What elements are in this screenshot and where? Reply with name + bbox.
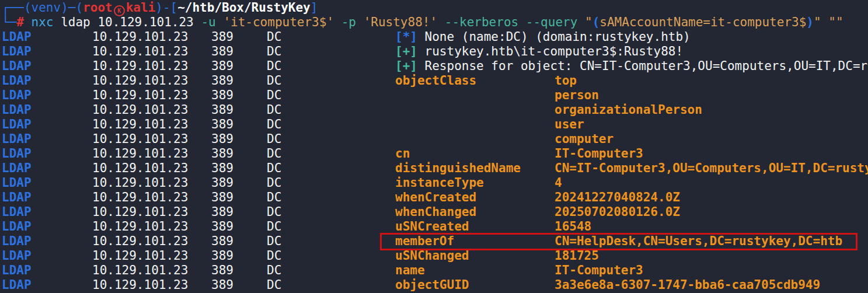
protocol-cell: LDAP: [2, 190, 32, 205]
protocol-cell: LDAP: [2, 146, 32, 161]
command-token: [437, 15, 445, 29]
hostname-cell: DC: [267, 88, 281, 103]
attribute-value: CN=HelpDesk,CN=Users,DC=rustykey,DC=htb: [555, 234, 842, 249]
attribute-value: user: [555, 117, 584, 132]
port-cell: 389: [211, 205, 233, 219]
table-row: LDAP10.129.101.23389DC[+] Response for o…: [0, 59, 868, 74]
prompt-line: ┌──(venv)─(rootKkali)-[~/htb/Box/RustyKe…: [2, 1, 318, 16]
command-token: [577, 15, 585, 29]
hostname-cell: DC: [267, 263, 281, 278]
terminal-window[interactable]: ┌──(venv)─(rootKkali)-[~/htb/Box/RustyKe…: [0, 0, 868, 293]
attribute-value: IT-Computer3: [555, 263, 643, 278]
attribute-value: top: [555, 74, 577, 88]
ip-cell: 10.129.101.23: [92, 161, 188, 176]
table-row: LDAP10.129.101.23389DC[*] None (name:DC)…: [0, 30, 868, 44]
attribute-value: organizationalPerson: [555, 103, 702, 117]
table-row: LDAP10.129.101.23389DC[+] rustykey.htb\i…: [0, 44, 868, 59]
attribute-value: CN=IT-Computer3,OU=Computers,OU=IT,DC=ru…: [555, 161, 868, 176]
table-row: LDAP10.129.101.23389DCcomputer: [0, 132, 868, 146]
attribute-name: instanceType: [395, 176, 484, 190]
ip-cell: 10.129.101.23: [92, 59, 188, 74]
attribute-name: cn: [395, 146, 410, 161]
hostname-cell: DC: [267, 44, 281, 59]
prompt-frame-mid: )─(: [61, 1, 83, 15]
port-cell: 389: [211, 234, 233, 249]
command-token: --kerberos: [445, 15, 518, 29]
status-prefix-icon: [+]: [395, 59, 417, 73]
hostname-cell: DC: [267, 30, 281, 44]
command-token: ": [814, 15, 821, 29]
attribute-value: 181725: [555, 249, 599, 263]
port-cell: 389: [211, 161, 233, 176]
table-row: LDAP10.129.101.23389DCinstanceType4: [0, 176, 868, 190]
attribute-name: memberOf: [395, 234, 454, 249]
port-cell: 389: [211, 59, 233, 74]
command-token: 'Rusty88!': [364, 15, 437, 29]
ip-cell: 10.129.101.23: [92, 103, 188, 117]
port-cell: 389: [211, 74, 233, 88]
hostname-cell: DC: [267, 278, 281, 292]
attribute-name: objectGUID: [395, 278, 469, 292]
protocol-cell: LDAP: [2, 234, 32, 249]
log-message-text: None (name:DC) (domain:rustykey.htb): [417, 30, 691, 44]
attribute-name: whenCreated: [395, 190, 476, 205]
ip-cell: 10.129.101.23: [92, 88, 188, 103]
command-token: sAMAccountName=it-computer3$: [599, 15, 806, 29]
attribute-value: IT-Computer3: [555, 146, 643, 161]
command-text: nxc ldap 10.129.101.23 -u 'it-computer3$…: [24, 15, 843, 29]
table-row: LDAP10.129.101.23389DCobjectClasstop: [0, 74, 868, 88]
protocol-cell: LDAP: [2, 117, 32, 132]
ip-cell: 10.129.101.23: [92, 249, 188, 263]
hostname-cell: DC: [267, 59, 281, 74]
attribute-name: uSNChanged: [395, 249, 469, 263]
ip-cell: 10.129.101.23: [92, 263, 188, 278]
command-token: ": [585, 15, 592, 29]
port-cell: 389: [211, 103, 233, 117]
command-token: [24, 15, 32, 29]
port-cell: 389: [211, 30, 233, 44]
ip-cell: 10.129.101.23: [92, 117, 188, 132]
port-cell: 389: [211, 190, 233, 205]
protocol-cell: LDAP: [2, 176, 32, 190]
protocol-cell: LDAP: [2, 278, 32, 292]
command-token: ldap 10.129.101.23: [54, 15, 201, 29]
table-row: LDAP10.129.101.23389DCmemberOfCN=HelpDes…: [0, 234, 868, 249]
table-row: LDAP10.129.101.23389DCwhenChanged2025070…: [0, 205, 868, 219]
protocol-cell: LDAP: [2, 249, 32, 263]
prompt-frame-open: ┌──(: [2, 1, 32, 15]
ip-cell: 10.129.101.23: [92, 146, 188, 161]
ip-cell: 10.129.101.23: [92, 190, 188, 205]
protocol-cell: LDAP: [2, 59, 32, 74]
command-token: --query: [526, 15, 578, 29]
ip-cell: 10.129.101.23: [92, 132, 188, 146]
hostname-cell: DC: [267, 146, 281, 161]
hostname-cell: DC: [267, 205, 281, 219]
hostname-cell: DC: [267, 234, 281, 249]
protocol-cell: LDAP: [2, 263, 32, 278]
hostname-cell: DC: [267, 132, 281, 146]
log-message-text: rustykey.htb\it-computer3$:Rusty88!: [417, 44, 683, 58]
ip-cell: 10.129.101.23: [92, 44, 188, 59]
ip-cell: 10.129.101.23: [92, 278, 188, 292]
hostname-cell: DC: [267, 249, 281, 263]
prompt-frame-end: ]: [311, 1, 318, 15]
attribute-value: person: [555, 88, 599, 103]
command-token: ): [806, 15, 814, 29]
attribute-name: objectClass: [395, 74, 476, 88]
protocol-cell: LDAP: [2, 205, 32, 219]
attribute-name: name: [395, 263, 425, 278]
hostname-cell: DC: [267, 176, 281, 190]
command-token: 'it-computer3$': [223, 15, 334, 29]
table-row: LDAP10.129.101.23389DCuSNCreated16548: [0, 219, 868, 234]
log-message-text: Response for object: CN=IT-Computer3,OU=…: [417, 59, 868, 73]
port-cell: 389: [211, 117, 233, 132]
attribute-value: 20250702080126.0Z: [555, 205, 680, 219]
status-prefix-icon: [*]: [395, 30, 417, 44]
hostname-cell: DC: [267, 103, 281, 117]
ip-cell: 10.129.101.23: [92, 176, 188, 190]
command-token: -u: [201, 15, 215, 29]
attribute-name: whenChanged: [395, 205, 476, 219]
command-token: [216, 15, 224, 29]
table-row: LDAP10.129.101.23389DCperson: [0, 88, 868, 103]
port-cell: 389: [211, 44, 233, 59]
